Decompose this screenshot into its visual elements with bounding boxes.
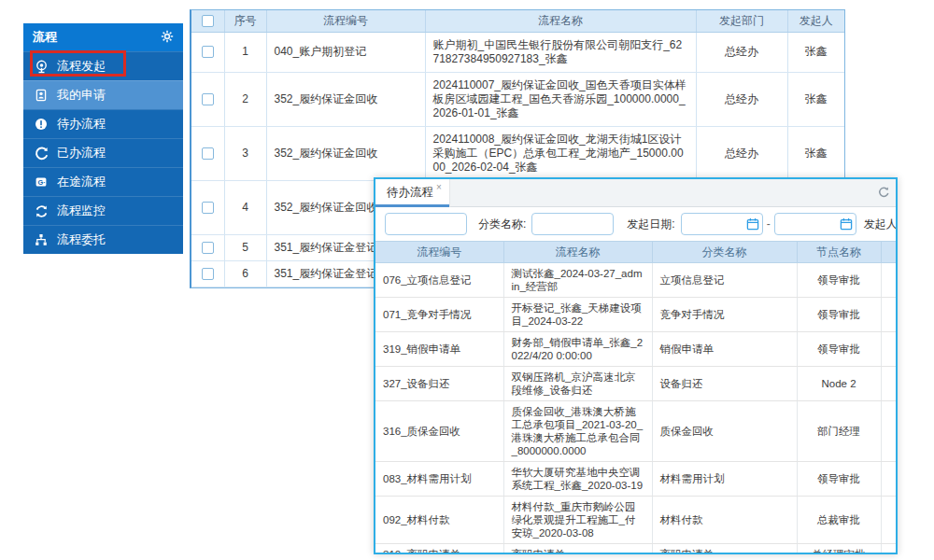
todo-table: 流程编号 流程名称 分类名称 节点名称 076_立项信息登记 测试张鑫_2024…: [375, 241, 896, 554]
cell-flow-name: 2024110007_履约保证金回收_国色天香项目实体样板房区域园建工程_国色天…: [425, 72, 696, 126]
row-checkbox[interactable]: [202, 242, 214, 254]
cell-category: 离职申请单: [652, 544, 797, 555]
sidebar-item-process-monitor[interactable]: 流程监控: [23, 196, 183, 225]
sidebar-item-my-applications[interactable]: 我的申请: [23, 80, 183, 109]
row-checkbox[interactable]: [202, 147, 214, 160]
cell-category: 质保金回收: [652, 401, 797, 462]
table-header-row: 流程编号 流程名称 分类名称 节点名称: [375, 242, 896, 263]
table-row[interactable]: 316_质保金回收 质保金回收_港珠澳大桥施工总承包项目_2021-03-20_…: [375, 401, 896, 462]
table-header-row: 序号 流程编号 流程名称 发起部门 发起人: [191, 10, 844, 32]
cell-dept: 总经办: [696, 72, 787, 126]
cell-index: 5: [224, 234, 266, 260]
row-checkbox[interactable]: [202, 93, 214, 105]
cell-extra: [881, 332, 896, 367]
header-extra: [881, 242, 896, 263]
tab-close-icon[interactable]: ×: [436, 183, 442, 192]
cell-flow-code: 040_账户期初登记: [266, 32, 425, 72]
table-row[interactable]: 1 040_账户期初登记 账户期初_中国民生银行股份有限公司朝阳支行_62718…: [191, 32, 844, 72]
row-checkbox-cell: [191, 72, 224, 126]
table-row[interactable]: 071_竞争对手情况 开标登记_张鑫_天梯建设项目_2024-03-22 竞争对…: [375, 298, 896, 332]
cell-flow-name: 材料付款_重庆市鹅岭公园绿化景观提升工程施工_付安琼_2020-03-08: [503, 497, 652, 544]
table-row[interactable]: 310_离职申请单 离职申请单 离职申请单 总经理审批: [375, 544, 896, 555]
calendar-icon[interactable]: [840, 217, 853, 231]
table-row[interactable]: 2 352_履约保证金回收 2024110007_履约保证金回收_国色天香项目实…: [191, 72, 844, 126]
cell-flow-code: 071_竞争对手情况: [375, 298, 503, 332]
table-row[interactable]: 076_立项信息登记 测试张鑫_2024-03-27_admin_经营部 立项信…: [375, 263, 896, 298]
cell-flow-name: 质保金回收_港珠澳大桥施工总承包项目_2021-03-20_港珠澳大桥施工总承包…: [503, 401, 652, 462]
cell-dept: 总经办: [696, 126, 787, 180]
cell-flow-code: 319_销假申请单: [375, 332, 503, 367]
sidebar-item-label: 已办流程: [57, 145, 106, 161]
row-checkbox-cell: [191, 260, 224, 287]
cell-index: 1: [224, 32, 266, 72]
broadcast-icon: [34, 59, 49, 74]
cell-node: 部门经理: [797, 401, 881, 462]
select-all-checkbox[interactable]: [202, 15, 214, 27]
header-starter: 发起人: [787, 10, 844, 32]
cell-flow-name: 华软大厦研究基地中央空调系统工程_张鑫_2020-03-19: [503, 462, 652, 497]
row-checkbox-cell: [191, 234, 224, 260]
cell-node: 领导审批: [797, 332, 881, 367]
panel-tab-bar: 待办流程 ×: [375, 179, 896, 207]
cell-extra: [881, 401, 896, 462]
c-arrow-icon: [34, 146, 49, 161]
sidebar-item-inflight-processes[interactable]: G· 在途流程: [23, 167, 183, 196]
sidebar-item-label: 流程监控: [57, 203, 106, 219]
cell-node: 总经理审批: [797, 544, 881, 555]
id-card-icon: [34, 88, 49, 103]
sidebar-item-label: 流程委托: [57, 231, 106, 248]
cell-index: 6: [224, 260, 266, 287]
cell-extra: [881, 544, 896, 555]
date-separator: -: [767, 217, 771, 231]
header-checkbox-cell: [191, 10, 224, 32]
row-checkbox[interactable]: [202, 202, 214, 214]
sidebar-item-label: 流程发起: [57, 58, 106, 75]
sidebar-item-todo-processes[interactable]: 待办流程: [23, 109, 183, 138]
sidebar-item-process-delegate[interactable]: 流程委托: [23, 225, 183, 254]
header-flow-name: 流程名称: [425, 10, 696, 32]
cell-flow-name: 账户期初_中国民生银行股份有限公司朝阳支行_627182738495092718…: [425, 32, 696, 72]
sidebar: 流程 流程发起 我的申请 待办流程: [23, 23, 183, 254]
cell-flow-code: 076_立项信息登记: [375, 263, 503, 298]
table-row[interactable]: 092_材料付款 材料付款_重庆市鹅岭公园绿化景观提升工程施工_付安琼_2020…: [375, 497, 896, 544]
cell-extra: [881, 497, 896, 544]
sidebar-item-done-processes[interactable]: 已办流程: [23, 138, 183, 167]
row-checkbox-cell: [191, 32, 224, 72]
sidebar-item-label: 在途流程: [57, 174, 106, 190]
cell-node: 领导审批: [797, 263, 881, 298]
table-row[interactable]: 083_材料需用计划 华软大厦研究基地中央空调系统工程_张鑫_2020-03-1…: [375, 462, 896, 497]
header-category: 分类名称: [652, 242, 797, 263]
cell-flow-code: 327_设备归还: [375, 367, 503, 401]
header-index: 序号: [224, 10, 266, 32]
panel-search-row: 分类名称: 发起日期: - 发起人:: [375, 207, 896, 241]
cell-starter: 张鑫: [787, 126, 844, 180]
row-checkbox[interactable]: [202, 268, 214, 280]
tab-todo-processes[interactable]: 待办流程 ×: [375, 179, 450, 207]
table-row[interactable]: 319_销假申请单 财务部_销假申请单_张鑫_2022/4/20 0:00:00…: [375, 332, 896, 367]
category-input[interactable]: [531, 213, 614, 235]
cell-flow-name: 离职申请单: [503, 544, 652, 555]
keyword-input[interactable]: [385, 213, 467, 235]
cell-flow-code: 083_材料需用计划: [375, 462, 503, 497]
sidebar-item-process-start[interactable]: 流程发起: [23, 51, 183, 80]
calendar-icon[interactable]: [746, 217, 759, 231]
cell-flow-name: 测试张鑫_2024-03-27_admin_经营部: [503, 263, 652, 298]
row-checkbox-cell: [191, 180, 224, 234]
table-row[interactable]: 3 352_履约保证金回收 2024110008_履约保证金回收_龙湖天街城1区…: [191, 126, 844, 180]
cell-flow-name: 2024110008_履约保证金回收_龙湖天街城1区设计采购施工（EPC）总承包…: [425, 126, 696, 180]
org-tree-icon: [34, 232, 49, 247]
row-checkbox[interactable]: [202, 46, 214, 58]
cell-index: 3: [224, 126, 266, 180]
cell-flow-name: 双钢压路机_京沪高速北京段维修_设备归还: [503, 367, 652, 401]
cell-flow-name: 财务部_销假申请单_张鑫_2022/4/20 0:00:00: [503, 332, 652, 367]
cell-index: 4: [224, 180, 266, 234]
gear-icon[interactable]: [161, 30, 174, 46]
refresh-icon[interactable]: [877, 186, 891, 200]
cell-category: 设备归还: [652, 367, 797, 401]
sidebar-item-label: 我的申请: [57, 87, 106, 104]
header-flow-code: 流程编号: [375, 242, 503, 263]
cell-flow-code: 092_材料付款: [375, 497, 503, 544]
category-label: 分类名称:: [478, 217, 526, 232]
header-node: 节点名称: [797, 242, 881, 263]
table-row[interactable]: 327_设备归还 双钢压路机_京沪高速北京段维修_设备归还 设备归还 Node …: [375, 367, 896, 401]
